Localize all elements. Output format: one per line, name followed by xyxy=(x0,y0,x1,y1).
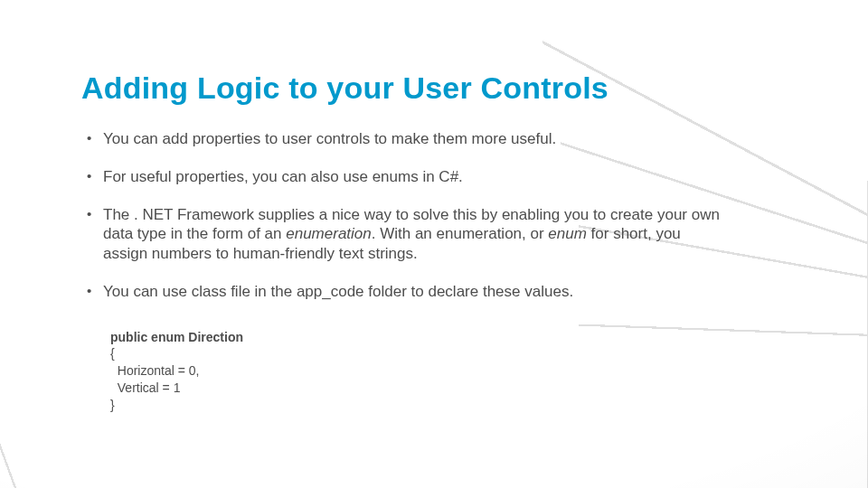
bullet-emphasis: enum xyxy=(548,225,590,242)
bullet-list: You can add properties to user controls … xyxy=(81,129,787,302)
code-line: Horizontal = 0, xyxy=(110,363,199,378)
bullet-text: You can use class file in the app_code f… xyxy=(103,283,573,300)
slide-body: Adding Logic to your User Controls You c… xyxy=(0,0,868,488)
bullet-text: For useful properties, you can also use … xyxy=(103,168,463,185)
bullet-item: For useful properties, you can also use … xyxy=(81,167,723,187)
bullet-item: You can use class file in the app_code f… xyxy=(81,282,723,302)
code-line: Vertical = 1 xyxy=(110,380,180,395)
bullet-item: You can add properties to user controls … xyxy=(81,129,723,149)
bullet-text: . With an enumeration, or xyxy=(372,225,549,242)
bullet-text: You can add properties to user controls … xyxy=(103,130,556,147)
code-line: } xyxy=(110,398,115,412)
code-identifier: Direction xyxy=(188,330,243,344)
code-line: { xyxy=(110,346,115,361)
code-keyword: public enum xyxy=(110,330,188,344)
slide-title: Adding Logic to your User Controls xyxy=(81,70,787,106)
bullet-emphasis: enumeration xyxy=(286,225,372,242)
bullet-item: The . NET Framework supplies a nice way … xyxy=(81,205,723,264)
code-block: public enum Direction { Horizontal = 0, … xyxy=(110,329,787,414)
